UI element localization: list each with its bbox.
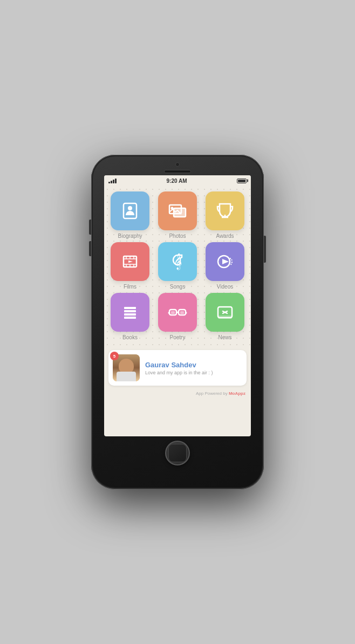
poetry-tile[interactable] — [158, 293, 197, 332]
status-time: 9:20 AM — [167, 178, 187, 184]
videos-icon — [215, 252, 235, 271]
svg-rect-14 — [124, 317, 136, 319]
avatar-body — [117, 372, 136, 381]
status-bar: 9:20 AM — [104, 175, 251, 186]
phone-frame: 9:20 AM Biography — [91, 155, 264, 489]
home-button[interactable] — [165, 441, 190, 465]
photos-label: Photos — [169, 233, 186, 239]
svg-line-19 — [186, 312, 187, 313]
grid-row-1: Biography Photos — [108, 191, 247, 239]
grid-item-songs[interactable]: 𝄞 Songs — [156, 242, 199, 290]
songs-icon: 𝄞 — [168, 252, 187, 271]
films-tile[interactable] — [111, 242, 149, 281]
camera-icon — [175, 162, 180, 167]
videos-label: Videos — [217, 284, 233, 290]
user-status: Love and my app is in the air : ) — [145, 370, 242, 375]
awards-label: Awards — [216, 233, 234, 239]
svg-rect-21 — [180, 311, 184, 314]
volume-down-button[interactable] — [89, 241, 91, 256]
biography-icon — [120, 201, 140, 221]
books-label: Books — [122, 334, 138, 340]
grid-row-2: Films 𝄞 Songs — [108, 242, 247, 290]
avatar-wrap: 5 — [113, 354, 140, 381]
grid-item-awards[interactable]: Awards — [203, 191, 247, 239]
phone-screen: 9:20 AM Biography — [104, 175, 251, 436]
svg-rect-20 — [171, 311, 175, 314]
news-tile[interactable] — [206, 293, 244, 332]
books-icon — [120, 303, 140, 322]
svg-rect-11 — [124, 307, 136, 309]
grid-item-videos[interactable]: Videos — [203, 242, 247, 290]
grid-item-news[interactable]: News — [203, 293, 247, 340]
menu-grid: Biography Photos — [104, 186, 251, 347]
biography-tile[interactable] — [111, 191, 149, 230]
songs-label: Songs — [170, 284, 185, 290]
svg-text:𝄞: 𝄞 — [174, 253, 182, 270]
books-tile[interactable] — [111, 293, 149, 332]
footer-prefix: App Powered by — [196, 391, 229, 396]
app-footer: App Powered by MoAppz — [104, 389, 251, 398]
grid-item-poetry[interactable]: Poetry — [156, 293, 199, 340]
films-icon — [120, 252, 140, 271]
home-button-inner — [168, 444, 187, 462]
awards-icon — [215, 201, 235, 221]
user-info: Gaurav Sahdev Love and my app is in the … — [145, 361, 242, 375]
speaker-icon — [164, 170, 191, 173]
svg-line-18 — [168, 312, 169, 313]
svg-point-1 — [128, 206, 132, 210]
news-icon — [215, 303, 235, 322]
grid-item-books[interactable]: Books — [108, 293, 152, 340]
notification-badge: 5 — [110, 352, 119, 360]
awards-tile[interactable] — [206, 191, 244, 230]
biography-label: Biography — [118, 233, 142, 239]
footer-brand: MoAppz — [229, 391, 245, 396]
svg-rect-13 — [124, 313, 136, 316]
poetry-icon — [168, 303, 187, 322]
poetry-label: Poetry — [170, 334, 186, 340]
volume-up-button[interactable] — [89, 220, 91, 235]
photos-tile[interactable] — [158, 191, 197, 230]
grid-item-films[interactable]: Films — [108, 242, 152, 290]
user-name: Gaurav Sahdev — [145, 361, 242, 369]
photos-icon — [168, 201, 187, 221]
phone-top — [91, 155, 264, 173]
svg-rect-12 — [124, 310, 136, 312]
videos-tile[interactable] — [206, 242, 244, 281]
user-card[interactable]: 5 Gaurav Sahdev Love and my app is in th… — [108, 350, 247, 386]
battery-icon — [237, 179, 247, 183]
news-label: News — [218, 334, 231, 340]
grid-item-photos[interactable]: Photos — [156, 191, 199, 239]
songs-tile[interactable]: 𝄞 — [158, 242, 197, 281]
grid-item-biography[interactable]: Biography — [108, 191, 152, 239]
grid-row-3: Books — [108, 293, 247, 340]
films-label: Films — [124, 284, 136, 290]
signal-icon — [108, 179, 117, 183]
power-button[interactable] — [264, 236, 266, 263]
